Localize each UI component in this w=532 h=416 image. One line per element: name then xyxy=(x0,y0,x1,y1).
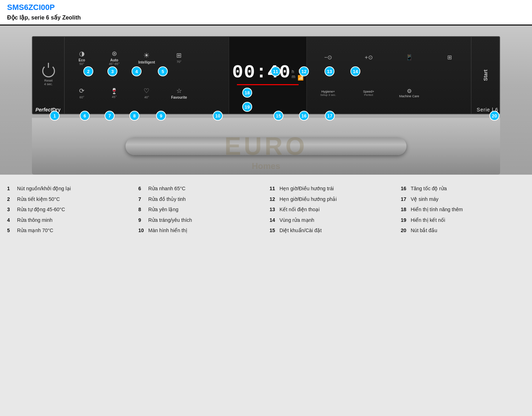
badge-16: 16 xyxy=(299,111,309,121)
prog-favourite[interactable]: ☆ Favourite xyxy=(164,76,194,110)
legend-num: 14 xyxy=(270,217,277,224)
legend-num: 12 xyxy=(270,196,277,203)
power-icon[interactable] xyxy=(42,65,55,77)
badge-20: 20 xyxy=(489,111,499,121)
badge-11: 11 xyxy=(271,66,281,76)
lower-panel xyxy=(32,118,500,175)
badge-1: 1 xyxy=(50,111,60,121)
legend-num: 10 xyxy=(138,227,145,234)
legend-num: 15 xyxy=(270,227,277,234)
control-panel: Reset4 sec. ◑ Eco 50° ⊛ Auto 45°-65° ☀ I… xyxy=(32,36,500,114)
legend-num: 20 xyxy=(401,227,408,234)
legend-item-12: 12Hẹn giờ/Điều hướng phải xyxy=(270,196,394,203)
ctrl-machine-care[interactable]: ⚙ Machine Care xyxy=(390,76,429,110)
legend-text: Hiển thị tính năng thêm xyxy=(411,206,463,213)
auto-icon: ⊛ xyxy=(112,50,117,58)
legend-text: Hẹn giờ/Điều hướng trái xyxy=(279,185,334,192)
legend-text: Rửa thông minh xyxy=(17,217,52,224)
minus-timer-icon: −⊙ xyxy=(324,55,332,60)
legend-item-8: 8Rửa yên lặng xyxy=(138,206,262,213)
legend-num: 8 xyxy=(138,206,145,213)
legend-text: Vệ sinh máy xyxy=(411,196,438,203)
legend-text: Kết nối điện thoại xyxy=(279,206,320,213)
prog-glass[interactable]: 🍷 45° xyxy=(99,76,129,110)
legend-item-9: 9Rửa tráng/yêu thích xyxy=(138,217,262,224)
badge-8: 8 xyxy=(129,111,139,121)
prog-silent[interactable]: ♡ 40° xyxy=(131,76,162,110)
silent-icon: ♡ xyxy=(144,87,149,95)
legend-num: 9 xyxy=(138,217,145,224)
phone-icon: 📱 xyxy=(406,55,413,60)
legend-item-4: 4Rửa thông minh xyxy=(7,217,131,224)
legend-num: 16 xyxy=(401,185,408,192)
quick-icon: ⟳ xyxy=(79,87,84,95)
legend-item-13: 13Kết nối điện thoại xyxy=(270,206,394,213)
badge-2: 2 xyxy=(83,66,93,76)
legend-text: Rửa mạnh 70°C xyxy=(17,227,53,234)
display-bar xyxy=(237,84,299,85)
legend-text: Hẹn giờ/Điều hướng phải xyxy=(279,196,337,203)
legend-text: Rửa yên lặng xyxy=(148,206,178,213)
legend-num: 7 xyxy=(138,196,145,203)
legend-section: 1Nút nguồn/khởi động lại6Rửa nhanh 65°C1… xyxy=(0,175,532,241)
legend-num: 1 xyxy=(7,185,14,192)
legend-item-16: 16Tăng tốc độ rửa xyxy=(401,185,525,192)
legend-num: 2 xyxy=(7,196,14,203)
ctrl-zone[interactable]: ⊞ xyxy=(430,40,469,75)
ctrl-speed-perfect[interactable]: Speed+ Perfect xyxy=(349,76,388,110)
legend-text: Rửa nhanh 65°C xyxy=(148,185,185,192)
legend-num: 18 xyxy=(401,206,408,213)
badge-7: 7 xyxy=(105,111,115,121)
time-m: m xyxy=(292,74,295,79)
legend-text: Vùng rửa mạnh xyxy=(279,217,314,224)
legend-num: 6 xyxy=(138,185,145,192)
legend-num: 17 xyxy=(401,196,408,203)
page-wrapper: SMS6ZCI00P Độc lập, serie 6 sấy Zeolith … xyxy=(0,0,532,241)
door-handle[interactable] xyxy=(126,137,406,155)
legend-item-19: 19Hiển thị kết nối xyxy=(401,217,525,224)
reset-text: Reset4 sec. xyxy=(44,79,52,86)
badge-4: 4 xyxy=(132,66,142,76)
panel-left: Reset4 sec. xyxy=(33,37,65,114)
legend-text: Diệt khuẩn/Cài đặt xyxy=(279,227,322,234)
badge-5: 5 xyxy=(158,66,168,76)
ctrl-right-empty xyxy=(430,76,469,110)
badge-3: 3 xyxy=(107,66,117,76)
prog-quick[interactable]: ⟳ 60° xyxy=(66,76,97,110)
time-display: 00:40 xyxy=(232,64,291,82)
legend-num: 19 xyxy=(401,217,408,224)
model-title: SMS6ZCI00P xyxy=(7,3,525,12)
badge-18: 18 xyxy=(242,88,252,98)
plus-timer-icon: +⊙ xyxy=(365,55,372,60)
legend-text: Nút nguồn/khởi động lại xyxy=(17,185,71,192)
subtitle: Độc lập, serie 6 sấy Zeolith xyxy=(7,12,525,23)
legend-item-5: 5Rửa mạnh 70°C xyxy=(7,227,131,234)
legend-num: 4 xyxy=(7,217,14,224)
ctrl-hygiene[interactable]: Hygiene+ Setup 3 sec. xyxy=(309,76,348,110)
legend-item-1: 1Nút nguồn/khởi động lại xyxy=(7,185,131,192)
legend-text: Rửa tiết kiệm 50°C xyxy=(17,196,60,203)
badge-14: 14 xyxy=(350,66,360,76)
legend-item-2: 2Rửa tiết kiệm 50°C xyxy=(7,196,131,203)
intelligent-icon: ☀ xyxy=(143,51,150,60)
legend-text: Tăng tốc độ rửa xyxy=(411,185,447,192)
legend-text: Rửa tự động 45-60°C xyxy=(17,206,65,213)
panel-display: 00:40 h m ≋ 📶 xyxy=(229,37,307,114)
legend-text: Rửa đồ thủy tinh xyxy=(148,196,186,203)
legend-item-7: 7Rửa đồ thủy tinh xyxy=(138,196,262,203)
ctrl-phone[interactable]: 📱 xyxy=(390,40,429,75)
header: SMS6ZCI00P Độc lập, serie 6 sấy Zeolith xyxy=(0,0,532,26)
prog-intensive[interactable]: ⊞ 70° xyxy=(164,40,194,75)
legend-num: 3 xyxy=(7,206,14,213)
glass-icon: 🍷 xyxy=(111,88,118,94)
badge-19: 19 xyxy=(242,102,252,112)
legend-num: 13 xyxy=(270,206,277,213)
machine-care-icon: ⚙ xyxy=(407,88,412,94)
legend-item-15: 15Diệt khuẩn/Cài đặt xyxy=(270,227,394,234)
legend-grid: 1Nút nguồn/khởi động lại6Rửa nhanh 65°C1… xyxy=(7,185,525,234)
legend-item-6: 6Rửa nhanh 65°C xyxy=(138,185,262,192)
legend-item-14: 14Vùng rửa mạnh xyxy=(270,217,394,224)
badge-12: 12 xyxy=(299,66,309,76)
badge-10: 10 xyxy=(213,111,223,121)
eco-icon: ◑ xyxy=(79,50,85,58)
